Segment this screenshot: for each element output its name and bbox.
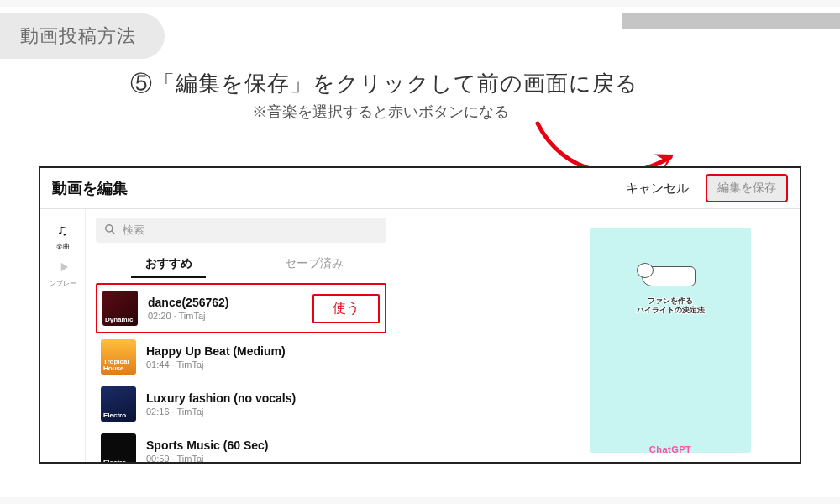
tab-saved-label: セーブ済み	[285, 256, 344, 270]
track-row[interactable]: Dynamic dance(256762) 02:20 · TimTaj 使う	[96, 283, 386, 333]
track-meta: Happy Up Beat (Medium) 01:44 · TimTaj	[146, 344, 381, 370]
svg-line-1	[112, 230, 115, 234]
left-rail: ♫ 楽曲 ンプレー	[40, 209, 86, 464]
search-input[interactable]: 検索	[96, 218, 386, 243]
track-title: Happy Up Beat (Medium)	[146, 344, 381, 358]
app-header-right: キャンセル 編集を保存	[626, 174, 788, 202]
save-edits-button[interactable]: 編集を保存	[706, 174, 788, 202]
track-sub: 01:44 · TimTaj	[146, 360, 381, 370]
thumb-label: Electro	[103, 412, 126, 419]
track-sub: 02:16 · TimTaj	[146, 407, 381, 417]
thumb-label: Dynamic	[105, 317, 133, 323]
cat-illustration-icon	[637, 258, 704, 293]
template-icon	[54, 258, 72, 276]
thumb-label: Tropical House	[103, 359, 129, 372]
track-thumb: Electro	[101, 386, 136, 422]
rail-item-template[interactable]: ンプレー	[40, 258, 85, 288]
use-track-button[interactable]: 使う	[312, 294, 380, 323]
section-badge-text: 動画投稿方法	[20, 25, 136, 46]
app-frame: 動画を編集 キャンセル 編集を保存 ♫ 楽曲 ンプレー	[39, 166, 801, 464]
track-sub: 00:59 · TimTaj	[146, 454, 381, 464]
rail-label-music: 楽曲	[56, 242, 70, 251]
decorative-bottom-strip	[0, 497, 840, 504]
track-row[interactable]: Electro Sports Music (60 Sec) 00:59 · Ti…	[96, 428, 386, 464]
track-meta: Sports Music (60 Sec) 00:59 · TimTaj	[146, 438, 381, 464]
instruction-note: ※音楽を選択すると赤いボタンになる	[130, 102, 815, 122]
track-title: Sports Music (60 Sec)	[146, 438, 381, 452]
search-placeholder: 検索	[123, 223, 144, 238]
track-list: Dynamic dance(256762) 02:20 · TimTaj 使う …	[96, 283, 386, 464]
preview-caption-line2: ハイライトの決定法	[637, 306, 705, 315]
search-icon	[104, 223, 116, 238]
tab-recommended-label: おすすめ	[145, 256, 192, 270]
preview-footer: ChatGPT	[649, 444, 692, 453]
track-row[interactable]: Tropical House Happy Up Beat (Medium) 01…	[96, 333, 386, 381]
music-tabs: おすすめ セーブ済み	[96, 251, 386, 278]
tab-saved[interactable]: セーブ済み	[241, 251, 386, 278]
track-sub: 02:20 · TimTaj	[148, 311, 302, 321]
track-thumb: Tropical House	[101, 339, 136, 375]
instruction-main: ⑤「編集を保存」をクリックして前の画面に戻る	[130, 69, 815, 98]
preview-caption: ファンを作る ハイライトの決定法	[637, 297, 705, 316]
cancel-button[interactable]: キャンセル	[626, 181, 689, 197]
music-note-icon: ♫	[54, 221, 72, 239]
rail-item-music[interactable]: ♫ 楽曲	[40, 221, 85, 251]
decorative-top-strip	[0, 0, 840, 7]
preview-pane: ファンを作る ハイライトの決定法 ChatGPT	[396, 209, 800, 464]
video-preview[interactable]: ファンを作る ハイライトの決定法 ChatGPT	[590, 228, 751, 453]
thumb-label: Electro	[103, 459, 126, 464]
app-title: 動画を編集	[52, 178, 128, 198]
svg-point-0	[106, 224, 113, 231]
track-row[interactable]: Electro Luxury fashion (no vocals) 02:16…	[96, 381, 386, 428]
track-title: dance(256762)	[148, 296, 302, 309]
decorative-top-right-bar	[622, 13, 840, 29]
track-thumb: Electro	[101, 433, 136, 464]
rail-label-template: ンプレー	[50, 279, 76, 288]
section-badge: 動画投稿方法	[0, 13, 165, 59]
tab-recommended[interactable]: おすすめ	[96, 251, 241, 278]
app-header: 動画を編集 キャンセル 編集を保存	[40, 168, 800, 208]
instruction-block: ⑤「編集を保存」をクリックして前の画面に戻る ※音楽を選択すると赤いボタンになる	[130, 69, 815, 122]
app-body: ♫ 楽曲 ンプレー 検索 おすすめ	[40, 208, 800, 464]
music-panel: 検索 おすすめ セーブ済み Dynamic dance(256762) 02:2…	[86, 209, 396, 464]
track-meta: Luxury fashion (no vocals) 02:16 · TimTa…	[146, 391, 381, 417]
preview-caption-line1: ファンを作る	[637, 297, 705, 306]
track-thumb: Dynamic	[102, 291, 138, 326]
track-meta: dance(256762) 02:20 · TimTaj	[148, 296, 302, 321]
track-title: Luxury fashion (no vocals)	[146, 391, 381, 405]
